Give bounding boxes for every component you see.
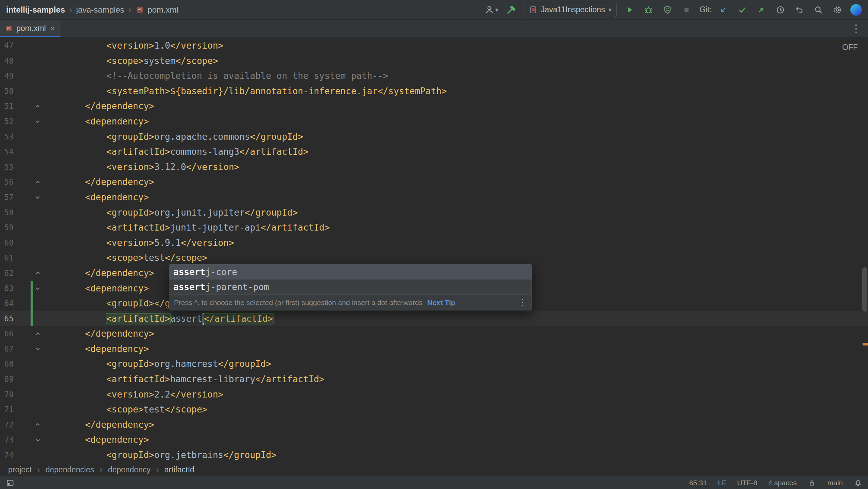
line-number[interactable]: 58	[0, 205, 14, 220]
crumb-project[interactable]: project	[8, 465, 32, 474]
code-line[interactable]: 51 </dependency>	[0, 99, 868, 114]
code-line[interactable]: 69 <artifactId>hamcrest-library</artifac…	[0, 372, 868, 387]
code-line[interactable]: 49 <!--Autocompletion is available on th…	[0, 68, 868, 84]
code-line[interactable]: 68 <groupId>org.hamcrest</groupId>	[0, 356, 868, 372]
history-button[interactable]	[774, 4, 786, 16]
run-config-selector[interactable]: Java11Inspections ▾	[524, 3, 617, 17]
line-number[interactable]: 72	[0, 417, 14, 433]
line-number[interactable]: 67	[0, 341, 14, 357]
fold-start-icon[interactable]	[34, 118, 41, 125]
profile-avatar[interactable]	[850, 4, 862, 16]
crumb-artifactid[interactable]: artifactId	[164, 465, 194, 474]
line-number[interactable]: 71	[0, 402, 14, 417]
code-line[interactable]: 57 <dependency>	[0, 190, 868, 205]
more-options-icon[interactable]: ⋮	[844, 22, 868, 34]
line-number[interactable]: 55	[0, 159, 14, 175]
run-button[interactable]	[623, 4, 636, 16]
code-line[interactable]: 60 <version>5.9.1</version>	[0, 235, 868, 251]
code-line[interactable]: 70 <version>2.2</version>	[0, 387, 868, 402]
code-line[interactable]: 54 <artifactId>commons-lang3</artifactId…	[0, 144, 868, 159]
fold-end-icon[interactable]	[34, 330, 41, 338]
fold-end-icon[interactable]	[34, 179, 41, 186]
breadcrumb-file[interactable]: pom.xml	[147, 5, 178, 15]
editor-pane[interactable]: 47 <version>1.0</version>48 <scope>syste…	[0, 37, 868, 463]
tab-pom-xml[interactable]: pom.xml ×	[0, 20, 60, 37]
caret-position-widget[interactable]: 65:31	[689, 479, 707, 487]
completion-item[interactable]: assertj-core	[169, 265, 532, 280]
stop-button[interactable]	[680, 4, 693, 16]
settings-button[interactable]	[831, 4, 844, 16]
line-number[interactable]: 65	[0, 311, 14, 326]
coverage-button[interactable]	[661, 4, 674, 16]
line-number[interactable]: 47	[0, 38, 14, 53]
line-number[interactable]: 70	[0, 387, 14, 402]
line-number[interactable]: 56	[0, 174, 14, 190]
completion-item[interactable]: assertj-parent-pom	[169, 280, 532, 294]
line-separator-widget[interactable]: LF	[718, 479, 726, 487]
crumb-dependencies[interactable]: dependencies	[46, 465, 94, 474]
next-tip-link[interactable]: Next Tip	[427, 299, 455, 307]
code-line[interactable]: 53 <groupId>org.apache.commons</groupId>	[0, 129, 868, 145]
notifications-button[interactable]	[854, 478, 863, 487]
rollback-button[interactable]	[793, 4, 805, 16]
line-number[interactable]: 68	[0, 356, 14, 372]
git-commit-button[interactable]	[736, 4, 748, 16]
fold-start-icon[interactable]	[34, 345, 41, 353]
line-number[interactable]: 49	[0, 68, 14, 84]
indent-widget[interactable]: 4 spaces	[768, 479, 797, 487]
fold-end-icon[interactable]	[34, 103, 41, 110]
breadcrumb-project[interactable]: intellij-samples	[6, 5, 65, 15]
fold-end-icon[interactable]	[34, 421, 41, 428]
line-number[interactable]: 73	[0, 432, 14, 448]
line-number[interactable]: 63	[0, 281, 14, 296]
crumb-dependency[interactable]: dependency	[108, 465, 151, 474]
more-options-icon[interactable]: ⋮	[518, 297, 527, 308]
line-number[interactable]: 48	[0, 53, 14, 69]
line-number[interactable]: 52	[0, 114, 14, 129]
fold-end-icon[interactable]	[34, 269, 41, 277]
breadcrumb-module[interactable]: java-samples	[76, 5, 124, 15]
fold-start-icon[interactable]	[34, 436, 41, 444]
debug-button[interactable]	[642, 4, 655, 16]
code-line[interactable]: 65 <artifactId>assert</artifactId>	[0, 311, 868, 326]
line-number[interactable]: 61	[0, 250, 14, 266]
code-line[interactable]: 52 <dependency>	[0, 114, 868, 129]
code-line[interactable]: 56 </dependency>	[0, 174, 868, 190]
line-number[interactable]: 51	[0, 99, 14, 114]
line-number[interactable]: 74	[0, 448, 14, 463]
search-everywhere-button[interactable]	[812, 4, 824, 16]
code-line[interactable]: 58 <groupId>org.junit.jupiter</groupId>	[0, 205, 868, 220]
encoding-widget[interactable]: UTF-8	[737, 479, 758, 487]
git-branch-widget[interactable]: main	[827, 479, 843, 487]
code-line[interactable]: 67 <dependency>	[0, 341, 868, 357]
code-line[interactable]: 55 <version>3.12.0</version>	[0, 159, 868, 175]
git-update-button[interactable]	[717, 4, 729, 16]
line-number[interactable]: 59	[0, 220, 14, 235]
fold-start-icon[interactable]	[34, 285, 41, 292]
code-line[interactable]: 61 <scope>test</scope>	[0, 250, 868, 266]
line-number[interactable]: 66	[0, 326, 14, 341]
line-number[interactable]: 50	[0, 84, 14, 99]
layout-toggle-button[interactable]	[5, 478, 15, 488]
fold-start-icon[interactable]	[34, 193, 41, 201]
error-stripe-mark[interactable]	[863, 343, 868, 345]
code-line[interactable]: 50 <systemPath>${basedir}/lib/annotation…	[0, 84, 868, 99]
highlighting-status-badge[interactable]: OFF	[842, 43, 858, 52]
line-number[interactable]: 69	[0, 372, 14, 387]
code-line[interactable]: 71 <scope>test</scope>	[0, 402, 868, 417]
line-number[interactable]: 62	[0, 266, 14, 281]
code-line[interactable]: 59 <artifactId>junit-jupiter-api</artifa…	[0, 220, 868, 235]
code-line[interactable]: 66 </dependency>	[0, 326, 868, 341]
scrollbar-thumb[interactable]	[862, 267, 867, 311]
readonly-toggle[interactable]	[808, 478, 816, 487]
git-push-button[interactable]	[755, 4, 767, 16]
line-number[interactable]: 54	[0, 144, 14, 159]
line-number[interactable]: 57	[0, 190, 14, 205]
line-number[interactable]: 60	[0, 235, 14, 251]
code-line[interactable]: 48 <scope>system</scope>	[0, 53, 868, 69]
code-line[interactable]: 72 </dependency>	[0, 417, 868, 433]
build-button[interactable]	[505, 4, 517, 16]
code-line[interactable]: 74 <groupId>org.jetbrains</groupId>	[0, 448, 868, 463]
code-line[interactable]: 73 <dependency>	[0, 432, 868, 448]
close-icon[interactable]: ×	[50, 24, 55, 33]
